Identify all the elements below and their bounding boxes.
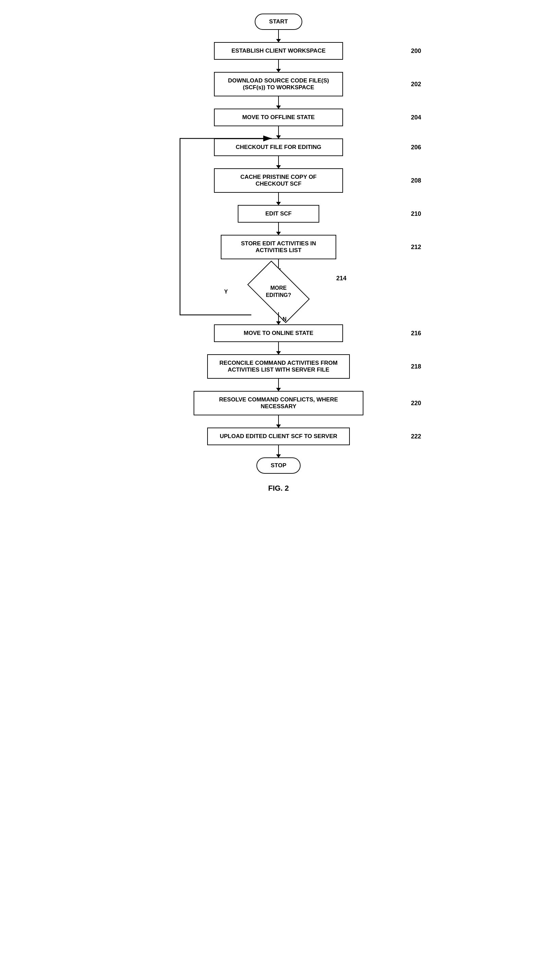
ref-218: 218 <box>411 363 421 370</box>
node-212-row: STORE EDIT ACTIVITIES IN ACTIVITIES LIST… <box>160 235 397 259</box>
ref-216: 216 <box>411 330 421 337</box>
ref-212: 212 <box>411 243 421 251</box>
node-204: MOVE TO OFFLINE STATE <box>214 109 343 126</box>
node-202-row: DOWNLOAD SOURCE CODE FILE(S) (SCF(s)) TO… <box>160 72 397 96</box>
ref-202: 202 <box>411 81 421 88</box>
ref-214: 214 <box>336 275 347 282</box>
ref-210: 210 <box>411 210 421 217</box>
ref-222: 222 <box>411 433 421 440</box>
node-210-row: EDIT SCF 210 <box>160 205 397 222</box>
y-label: Y <box>224 289 228 295</box>
node-208-row: CACHE PRISTINE COPY OF CHECKOUT SCF 208 <box>160 168 397 193</box>
node-216: MOVE TO ONLINE STATE <box>214 325 343 342</box>
arrow <box>278 415 279 428</box>
node-216-row: MOVE TO ONLINE STATE 216 <box>160 325 397 342</box>
node-210: EDIT SCF <box>238 205 319 222</box>
ref-204: 204 <box>411 114 421 121</box>
ref-220: 220 <box>411 400 421 407</box>
feedback-section: CHECKOUT FILE FOR EDITING 206 CACHE PRIS… <box>160 126 397 312</box>
node-214-row: MOREEDITING? 214 Y N <box>160 271 397 312</box>
flowchart-diagram: START ESTABLISH CLIENT WORKSPACE 200 DOW… <box>160 14 397 493</box>
start-node: START <box>255 14 302 30</box>
arrow <box>278 342 279 354</box>
arrow <box>278 60 279 72</box>
arrow <box>278 156 279 168</box>
arrow <box>278 222 279 235</box>
node-202: DOWNLOAD SOURCE CODE FILE(S) (SCF(s)) TO… <box>214 72 343 96</box>
arrow <box>278 96 279 109</box>
diamond-label: MOREEDITING? <box>266 285 292 299</box>
arrow <box>278 193 279 205</box>
node-218: RECONCILE COMMAND ACTIVITIES FROM ACTIVI… <box>207 354 350 379</box>
node-214: MOREEDITING? <box>244 271 313 312</box>
figure-label: FIG. 2 <box>268 484 289 493</box>
arrow <box>278 126 279 138</box>
node-222: UPLOAD EDITED CLIENT SCF TO SERVER <box>207 428 350 445</box>
arrow <box>278 30 279 42</box>
ref-208: 208 <box>411 177 421 184</box>
node-212: STORE EDIT ACTIVITIES IN ACTIVITIES LIST <box>221 235 336 259</box>
ref-200: 200 <box>411 47 421 55</box>
ref-206: 206 <box>411 144 421 151</box>
node-200-row: ESTABLISH CLIENT WORKSPACE 200 <box>160 42 397 60</box>
arrow <box>278 445 279 458</box>
stop-node: STOP <box>256 458 301 474</box>
n-label: N <box>283 316 287 322</box>
node-200: ESTABLISH CLIENT WORKSPACE <box>214 42 343 60</box>
node-206-row: CHECKOUT FILE FOR EDITING 206 <box>160 138 397 156</box>
start-row: START <box>160 14 397 30</box>
node-204-row: MOVE TO OFFLINE STATE 204 <box>160 109 397 126</box>
node-218-row: RECONCILE COMMAND ACTIVITIES FROM ACTIVI… <box>160 354 397 379</box>
node-208: CACHE PRISTINE COPY OF CHECKOUT SCF <box>214 168 343 193</box>
node-206: CHECKOUT FILE FOR EDITING <box>214 138 343 156</box>
stop-row: STOP <box>160 458 397 474</box>
arrow <box>278 379 279 391</box>
arrow <box>278 312 279 325</box>
node-220-row: RESOLVE COMMAND CONFLICTS, WHERE NECESSA… <box>160 391 397 415</box>
node-222-row: UPLOAD EDITED CLIENT SCF TO SERVER 222 <box>160 428 397 445</box>
node-220: RESOLVE COMMAND CONFLICTS, WHERE NECESSA… <box>194 391 363 415</box>
